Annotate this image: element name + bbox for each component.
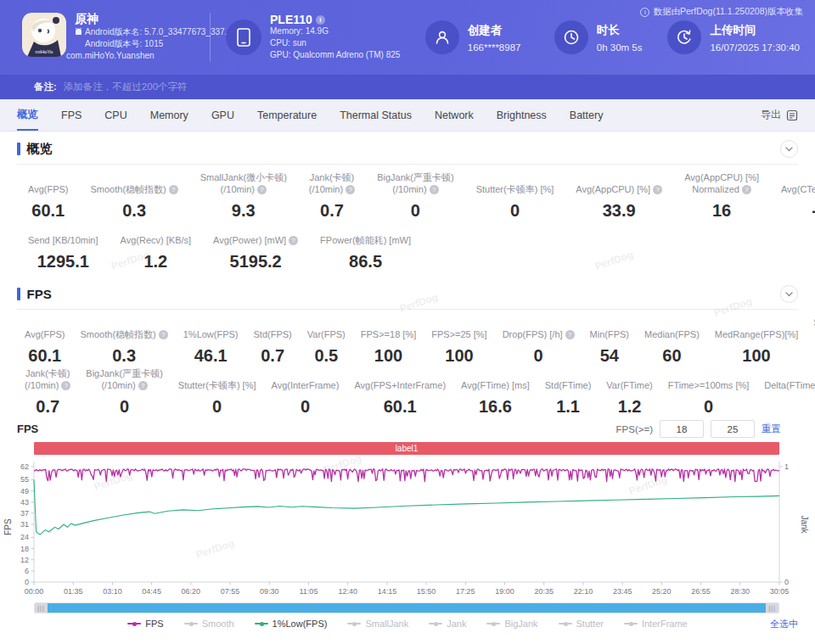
- stat-cell: MedRange(FPS)[%]100: [707, 317, 806, 366]
- stat-label: Var(FPS): [307, 317, 346, 340]
- stat-value: 0.3: [112, 346, 136, 366]
- series-fps-line: [34, 469, 779, 482]
- info-icon[interactable]: ?: [289, 236, 298, 245]
- stat-label: Avg(Power) [mW]?: [213, 223, 298, 246]
- stat-value: -: [812, 201, 815, 221]
- fps-threshold-label: FPS(>=): [616, 424, 653, 434]
- stat-value: 0: [212, 397, 222, 417]
- clock-icon: [554, 20, 588, 54]
- legend-item-smooth[interactable]: Smooth: [184, 619, 234, 629]
- svg-text:26:55: 26:55: [691, 587, 711, 596]
- svg-text:30:05: 30:05: [770, 587, 790, 596]
- stat-label: Avg(FPS): [25, 317, 65, 340]
- info-icon[interactable]: ?: [138, 381, 148, 390]
- legend-item-stutter[interactable]: Stutter: [559, 619, 604, 629]
- info-icon[interactable]: ?: [169, 185, 178, 194]
- scrollbar-right-handle[interactable]: |||: [766, 603, 778, 613]
- stat-label: BigJank(严重卡顿)(/10min)?: [86, 368, 162, 391]
- info-icon[interactable]: ?: [565, 330, 575, 339]
- tab-bar-tabs: 概览FPSCPUMemoryGPUTemperatureThermal Stat…: [17, 99, 761, 131]
- legend-label: InterFrame: [642, 619, 688, 629]
- select-all-link[interactable]: 全选中: [770, 618, 798, 630]
- export-button[interactable]: 导出: [761, 99, 798, 131]
- scrollbar-left-handle[interactable]: |||: [35, 603, 48, 613]
- remark-placeholder: 添加备注，不超过200个字符: [64, 81, 188, 93]
- stat-label: Avg(Recv) [KB/s]: [121, 223, 192, 246]
- legend-label: FPS: [145, 619, 163, 629]
- legend-item-interframe[interactable]: InterFrame: [624, 619, 688, 629]
- collector-version-text: 数据由PerfDog(11.1.250208)版本收集: [653, 6, 803, 18]
- info-icon[interactable]: ?: [61, 381, 70, 390]
- tab-9[interactable]: Battery: [570, 99, 604, 131]
- stat-value: 46.1: [194, 346, 228, 366]
- stat-cell: SmallJank(微小卡顿)(/10min)?9.3: [806, 317, 815, 366]
- stat-cell: Avg(Recv) [KB/s]1.2: [110, 223, 203, 272]
- svg-text:0: 0: [25, 578, 29, 586]
- tab-2[interactable]: CPU: [104, 99, 126, 131]
- tab-5[interactable]: Temperature: [257, 99, 317, 131]
- tab-7[interactable]: Network: [435, 99, 474, 131]
- chevron-down-icon: [785, 292, 793, 297]
- legend-item-smalljank[interactable]: SmallJank: [347, 619, 408, 629]
- stat-label: Avg(InterFrame): [272, 368, 340, 391]
- tab-8[interactable]: Brightness: [497, 99, 547, 131]
- stat-value: 0: [120, 397, 129, 417]
- fps-collapse-button[interactable]: [780, 285, 798, 303]
- reset-link[interactable]: 重置: [762, 423, 781, 435]
- legend-item-bigjank[interactable]: BigJank: [486, 619, 537, 629]
- stat-label: Jank(卡顿)(/10min)?: [309, 172, 355, 195]
- chart-scrollbar[interactable]: ||| |||: [34, 602, 779, 613]
- stat-value: 9.3: [232, 201, 256, 221]
- legend-item-1-low-fps-[interactable]: 1%Low(FPS): [255, 619, 328, 629]
- svg-text:09:30: 09:30: [260, 587, 279, 596]
- stat-value: 0.3: [122, 201, 146, 221]
- stat-value: 1.1: [556, 397, 580, 417]
- chart-annotation-bar[interactable]: label1: [34, 442, 779, 455]
- info-icon[interactable]: ?: [159, 330, 168, 339]
- info-icon[interactable]: ?: [430, 185, 439, 194]
- fps-section-title: FPS: [27, 287, 52, 301]
- tab-0[interactable]: 概览: [17, 99, 38, 131]
- legend-item-fps[interactable]: FPS: [127, 619, 163, 629]
- creator-group: 创建者 166****8987: [425, 20, 541, 54]
- fps-stats-row-1: Avg(FPS)60.1Smooth(稳帧指数)?0.31%Low(FPS)46…: [17, 317, 798, 366]
- app-icon: miHoYo: [22, 13, 66, 57]
- remark-bar[interactable]: 备注: 添加备注，不超过200个字符: [0, 75, 815, 99]
- tab-3[interactable]: Memory: [150, 99, 188, 131]
- overview-collapse-button[interactable]: [780, 140, 798, 158]
- stat-value: 86.5: [349, 252, 382, 272]
- fps-threshold-input-2[interactable]: [711, 420, 755, 438]
- info-icon[interactable]: ?: [257, 185, 267, 194]
- legend-item-jank[interactable]: Jank: [429, 619, 466, 629]
- info-icon[interactable]: ?: [742, 185, 751, 194]
- stat-cell: Std(FPS)0.7: [246, 317, 300, 366]
- stat-cell: Min(FPS)54: [582, 317, 637, 366]
- android-version-code: Android版本号: 1015: [85, 38, 163, 50]
- fps-line-chart[interactable]: 6255494337312418126010FPSJank00:0001:350…: [0, 455, 815, 597]
- tab-4[interactable]: GPU: [211, 99, 234, 131]
- tab-6[interactable]: Thermal Status: [340, 99, 412, 131]
- export-label: 导出: [761, 108, 781, 122]
- info-icon[interactable]: ?: [653, 185, 662, 194]
- svg-text:43: 43: [20, 498, 29, 507]
- legend-marker: [184, 623, 198, 624]
- fps-threshold-input-1[interactable]: [660, 420, 704, 438]
- stat-label: Avg(FPS): [28, 172, 68, 195]
- legend-marker: [559, 623, 572, 624]
- legend-label: Smooth: [202, 619, 234, 629]
- stat-cell: FPS>=25 [%]100: [424, 317, 494, 366]
- device-info-group: PLE110 i Memory: 14.9G CPU: sun GPU: Qua…: [226, 14, 412, 61]
- scrollbar-track[interactable]: [48, 603, 766, 613]
- stat-label: Drop(FPS) [/h]?: [503, 317, 575, 340]
- tab-1[interactable]: FPS: [61, 99, 82, 131]
- legend-label: 1%Low(FPS): [273, 619, 328, 629]
- legend-marker: [347, 623, 361, 624]
- annotation-label: label1: [396, 444, 419, 453]
- svg-text:37: 37: [20, 509, 29, 518]
- stat-cell: FTime>=100ms [%]0: [660, 368, 757, 417]
- info-icon[interactable]: ?: [346, 185, 355, 194]
- stat-cell: Avg(Power) [mW]?5195.2: [202, 223, 309, 272]
- overview-section-header: 概览: [17, 140, 798, 165]
- stat-label: Std(FTime): [545, 368, 592, 391]
- device-info-icon[interactable]: i: [316, 15, 325, 25]
